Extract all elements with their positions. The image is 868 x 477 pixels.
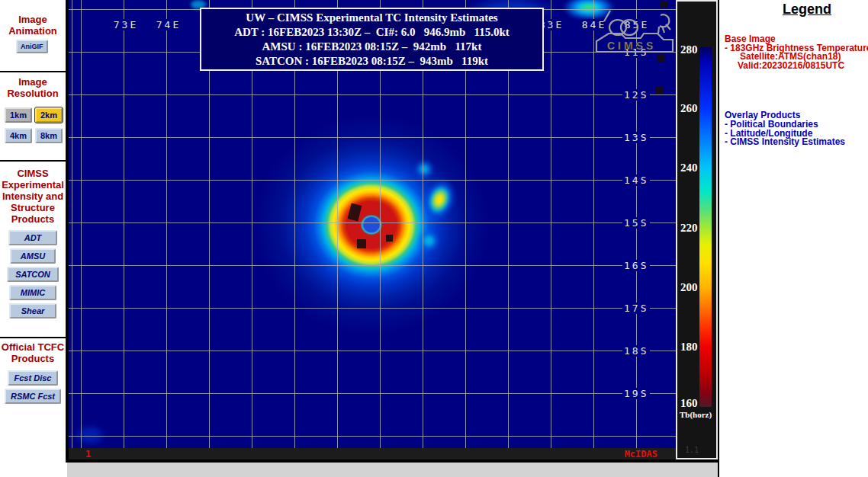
lat-label: 16S [622, 260, 650, 271]
colorbar-tick: 220 [680, 222, 699, 235]
frame-number: 1 [85, 449, 91, 459]
adt-estimate: ADT : 16FEB2023 13:30Z – CI#: 6.0 946.9m… [201, 25, 542, 40]
amsu-estimate: AMSU : 16FEB2023 08:15Z – 942mb 117kt [201, 40, 542, 54]
rsmc-fcst-button[interactable]: RSMC Fcst [5, 389, 61, 404]
bottom-gray-strip [67, 463, 718, 477]
lat-label: 18S [622, 345, 650, 357]
lat-label: 14S [622, 174, 650, 186]
colorbar-panel: 280 260 240 220 200 180 160 Tb(horz) 1.1 [676, 0, 718, 459]
sidebar-divider [0, 160, 66, 162]
satellite-map-image: 73E 74E 83E 84E 85E 11S 12S 13S 14S 15S … [69, 0, 676, 459]
colorbar-footnote: 1.1 [685, 446, 699, 454]
lat-label: 13S [622, 132, 650, 143]
colorbar-tick: 160 [680, 397, 699, 410]
legend-panel: Legend Base Image - 183GHz Brightness Te… [725, 0, 866, 147]
cimss-products-heading: CIMSS Experimental Intensity and Structu… [0, 168, 66, 225]
resolution-1km-button[interactable]: 1km [5, 107, 32, 123]
legend-title: Legend [725, 2, 866, 18]
image-resolution-heading: Image Resolution [0, 76, 66, 99]
lat-label: 15S [622, 217, 650, 229]
cimss-tc-page: Image Animation AniGIF Image Resolution … [0, 0, 868, 477]
lon-label: 74E [155, 19, 182, 30]
colorbar-tick: 180 [680, 341, 699, 354]
artifact-speck [661, 1, 667, 7]
intensity-estimates-box: UW – CIMSS Experimental TC Intensity Est… [200, 8, 544, 71]
image-animation-heading: Image Animation [0, 14, 66, 37]
image-right-border [718, 0, 719, 477]
resolution-4km-button[interactable]: 4km [5, 128, 32, 143]
lat-label: 17S [622, 303, 650, 314]
shear-button[interactable]: Shear [9, 303, 56, 319]
intensity-title: UW – CIMSS Experimental TC Intensity Est… [201, 11, 542, 25]
colorbar-tick: 260 [680, 102, 699, 115]
resolution-2km-button[interactable]: 2km [35, 107, 63, 123]
colorbar-tick: 280 [680, 43, 699, 56]
tcfc-products-heading: Official TCFC Products [0, 341, 66, 364]
colorbar-tick: 240 [680, 162, 699, 174]
fcst-disc-button[interactable]: Fcst Disc [8, 370, 58, 386]
colorbar-tick: 200 [680, 281, 699, 294]
satcon-button[interactable]: SATCON [7, 267, 59, 282]
adt-button[interactable]: ADT [8, 230, 57, 245]
svg-text:CIMSS: CIMSS [607, 40, 656, 52]
satcon-estimate: SATCON : 16FEB2023 08:15Z – 943mb 119kt [201, 54, 542, 69]
base-image-valid-time: Valid:20230216/0815UTC [725, 62, 866, 71]
anigif-button[interactable]: AniGIF [16, 40, 48, 53]
resolution-8km-button[interactable]: 8km [35, 128, 63, 143]
brightness-temp-colorbar [699, 47, 712, 407]
mimic-button[interactable]: MIMIC [9, 285, 56, 300]
overlay-item-cimss-intensity-estimates: - CIMSS Intensity Estimates [725, 138, 866, 147]
sidebar: Image Animation AniGIF Image Resolution … [0, 0, 66, 477]
colorbar-unit-label: Tb(horz) [680, 410, 712, 419]
mcidas-label: McIDAS [625, 449, 657, 459]
artifact-speck [656, 87, 663, 94]
mcidas-footer-strip: 1 McIDAS [69, 448, 676, 459]
artifact-speck [657, 55, 664, 62]
lat-label: 19S [622, 388, 650, 399]
amsu-button[interactable]: AMSU [10, 248, 56, 264]
lon-label: 73E [112, 19, 140, 30]
sidebar-divider [0, 337, 66, 338]
sidebar-divider [0, 71, 66, 72]
lat-label: 12S [622, 89, 650, 101]
